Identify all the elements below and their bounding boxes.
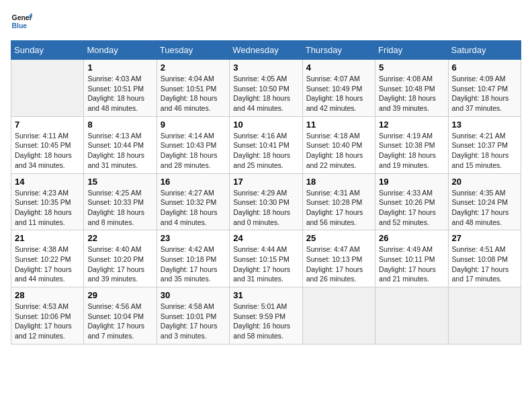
day-info: Sunrise: 4:33 AM Sunset: 10:26 PM Daylig… (379, 188, 444, 228)
day-number: 12 (379, 120, 444, 130)
day-number: 14 (15, 177, 80, 187)
weekday-header-monday: Monday (84, 41, 157, 60)
day-number: 8 (87, 120, 152, 130)
day-info: Sunrise: 4:08 AM Sunset: 10:48 PM Daylig… (379, 74, 444, 113)
day-info: Sunrise: 4:21 AM Sunset: 10:37 PM Daylig… (452, 131, 517, 171)
calendar-cell: 17Sunrise: 4:29 AM Sunset: 10:30 PM Dayl… (230, 173, 302, 230)
day-info: Sunrise: 4:07 AM Sunset: 10:49 PM Daylig… (306, 74, 371, 113)
day-info: Sunrise: 4:09 AM Sunset: 10:47 PM Daylig… (452, 74, 517, 113)
day-info: Sunrise: 4:47 AM Sunset: 10:13 PM Daylig… (306, 244, 371, 284)
weekday-header-wednesday: Wednesday (230, 41, 302, 60)
day-number: 17 (233, 177, 298, 187)
svg-text:Blue: Blue (12, 22, 28, 30)
day-number: 15 (87, 177, 152, 187)
day-number: 29 (87, 290, 152, 300)
logo: General Blue (11, 11, 32, 32)
day-info: Sunrise: 4:19 AM Sunset: 10:38 PM Daylig… (379, 131, 444, 171)
weekday-header-sunday: Sunday (11, 41, 84, 60)
day-info: Sunrise: 4:03 AM Sunset: 10:51 PM Daylig… (87, 74, 152, 113)
day-info: Sunrise: 4:05 AM Sunset: 10:50 PM Daylig… (233, 74, 298, 113)
day-info: Sunrise: 4:31 AM Sunset: 10:28 PM Daylig… (306, 188, 371, 228)
calendar-cell: 6Sunrise: 4:09 AM Sunset: 10:47 PM Dayli… (448, 60, 521, 117)
logo-icon: General Blue (11, 11, 32, 32)
day-info: Sunrise: 4:18 AM Sunset: 10:40 PM Daylig… (306, 131, 371, 171)
calendar-cell: 16Sunrise: 4:27 AM Sunset: 10:32 PM Dayl… (157, 173, 229, 230)
calendar-week-row: 28Sunrise: 4:53 AM Sunset: 10:06 PM Dayl… (11, 287, 521, 345)
day-number: 16 (161, 177, 226, 187)
day-info: Sunrise: 4:42 AM Sunset: 10:18 PM Daylig… (161, 244, 226, 284)
svg-text:General: General (12, 14, 32, 21)
weekday-header-tuesday: Tuesday (157, 41, 229, 60)
calendar-week-row: 21Sunrise: 4:38 AM Sunset: 10:22 PM Dayl… (11, 230, 521, 287)
calendar-cell: 31Sunrise: 5:01 AM Sunset: 9:59 PM Dayli… (230, 287, 302, 345)
day-info: Sunrise: 4:53 AM Sunset: 10:06 PM Daylig… (15, 302, 80, 341)
weekday-header-friday: Friday (375, 41, 448, 60)
day-number: 23 (161, 233, 226, 243)
calendar-cell: 3Sunrise: 4:05 AM Sunset: 10:50 PM Dayli… (230, 60, 302, 117)
day-number: 4 (306, 62, 371, 73)
day-number: 5 (379, 62, 444, 73)
calendar-cell: 4Sunrise: 4:07 AM Sunset: 10:49 PM Dayli… (302, 60, 375, 117)
day-number: 3 (233, 62, 298, 73)
weekday-header-row: SundayMondayTuesdayWednesdayThursdayFrid… (11, 41, 521, 60)
calendar-cell: 23Sunrise: 4:42 AM Sunset: 10:18 PM Dayl… (157, 230, 229, 287)
day-info: Sunrise: 4:40 AM Sunset: 10:20 PM Daylig… (87, 244, 152, 284)
day-number: 21 (15, 233, 80, 243)
calendar-cell: 22Sunrise: 4:40 AM Sunset: 10:20 PM Dayl… (84, 230, 157, 287)
day-info: Sunrise: 4:29 AM Sunset: 10:30 PM Daylig… (233, 188, 298, 228)
day-number: 6 (452, 62, 517, 73)
day-number: 11 (306, 120, 371, 130)
day-info: Sunrise: 4:14 AM Sunset: 10:43 PM Daylig… (161, 131, 226, 171)
calendar-cell: 28Sunrise: 4:53 AM Sunset: 10:06 PM Dayl… (11, 287, 84, 345)
day-info: Sunrise: 4:13 AM Sunset: 10:44 PM Daylig… (87, 131, 152, 171)
day-number: 31 (233, 290, 298, 300)
calendar-cell: 24Sunrise: 4:44 AM Sunset: 10:15 PM Dayl… (230, 230, 302, 287)
day-number: 13 (452, 120, 517, 130)
day-number: 7 (15, 120, 80, 130)
day-info: Sunrise: 4:35 AM Sunset: 10:24 PM Daylig… (452, 188, 517, 228)
day-info: Sunrise: 4:27 AM Sunset: 10:32 PM Daylig… (161, 188, 226, 228)
calendar-cell: 11Sunrise: 4:18 AM Sunset: 10:40 PM Dayl… (302, 116, 375, 173)
calendar-cell: 8Sunrise: 4:13 AM Sunset: 10:44 PM Dayli… (84, 116, 157, 173)
day-number: 24 (233, 233, 298, 243)
day-number: 9 (161, 120, 226, 130)
day-info: Sunrise: 4:16 AM Sunset: 10:41 PM Daylig… (233, 131, 298, 171)
day-info: Sunrise: 5:01 AM Sunset: 9:59 PM Dayligh… (233, 302, 298, 341)
day-info: Sunrise: 4:56 AM Sunset: 10:04 PM Daylig… (87, 302, 152, 341)
calendar-cell: 14Sunrise: 4:23 AM Sunset: 10:35 PM Dayl… (11, 173, 84, 230)
calendar-cell: 9Sunrise: 4:14 AM Sunset: 10:43 PM Dayli… (157, 116, 229, 173)
day-number: 30 (161, 290, 226, 300)
day-number: 10 (233, 120, 298, 130)
calendar-table: SundayMondayTuesdayWednesdayThursdayFrid… (11, 40, 521, 345)
calendar-cell: 10Sunrise: 4:16 AM Sunset: 10:41 PM Dayl… (230, 116, 302, 173)
calendar-cell (11, 60, 84, 117)
day-number: 26 (379, 233, 444, 243)
day-number: 18 (306, 177, 371, 187)
calendar-cell: 25Sunrise: 4:47 AM Sunset: 10:13 PM Dayl… (302, 230, 375, 287)
calendar-cell: 20Sunrise: 4:35 AM Sunset: 10:24 PM Dayl… (448, 173, 521, 230)
calendar-week-row: 1Sunrise: 4:03 AM Sunset: 10:51 PM Dayli… (11, 60, 521, 117)
calendar-cell: 1Sunrise: 4:03 AM Sunset: 10:51 PM Dayli… (84, 60, 157, 117)
calendar-week-row: 14Sunrise: 4:23 AM Sunset: 10:35 PM Dayl… (11, 173, 521, 230)
calendar-cell: 13Sunrise: 4:21 AM Sunset: 10:37 PM Dayl… (448, 116, 521, 173)
day-info: Sunrise: 4:44 AM Sunset: 10:15 PM Daylig… (233, 244, 298, 284)
day-info: Sunrise: 4:49 AM Sunset: 10:11 PM Daylig… (379, 244, 444, 284)
weekday-header-thursday: Thursday (302, 41, 375, 60)
calendar-cell: 29Sunrise: 4:56 AM Sunset: 10:04 PM Dayl… (84, 287, 157, 345)
day-info: Sunrise: 4:04 AM Sunset: 10:51 PM Daylig… (161, 74, 226, 113)
calendar-cell: 18Sunrise: 4:31 AM Sunset: 10:28 PM Dayl… (302, 173, 375, 230)
calendar-cell: 27Sunrise: 4:51 AM Sunset: 10:08 PM Dayl… (448, 230, 521, 287)
calendar-cell: 26Sunrise: 4:49 AM Sunset: 10:11 PM Dayl… (375, 230, 448, 287)
calendar-cell (375, 287, 448, 345)
day-info: Sunrise: 4:11 AM Sunset: 10:45 PM Daylig… (15, 131, 80, 171)
day-info: Sunrise: 4:58 AM Sunset: 10:01 PM Daylig… (161, 302, 226, 341)
calendar-cell (448, 287, 521, 345)
day-number: 19 (379, 177, 444, 187)
day-number: 22 (87, 233, 152, 243)
page-header: General Blue (11, 11, 521, 32)
calendar-cell (302, 287, 375, 345)
calendar-cell: 21Sunrise: 4:38 AM Sunset: 10:22 PM Dayl… (11, 230, 84, 287)
day-info: Sunrise: 4:23 AM Sunset: 10:35 PM Daylig… (15, 188, 80, 228)
calendar-week-row: 7Sunrise: 4:11 AM Sunset: 10:45 PM Dayli… (11, 116, 521, 173)
weekday-header-saturday: Saturday (448, 41, 521, 60)
